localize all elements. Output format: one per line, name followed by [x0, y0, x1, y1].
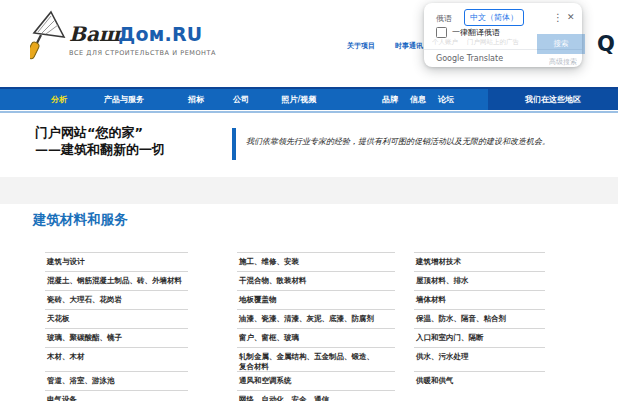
main-nav: 分析 产品与服务 招标 公司 照片/视频 品牌 信息 论坛 我们在这些地区 — [0, 87, 618, 110]
nav-item-info[interactable]: 信息 — [410, 89, 426, 110]
catalog-link[interactable]: 瓷砖、大理石、花岗岩 — [45, 290, 188, 310]
catalog-link[interactable]: 轧制金属、金属结构、五金制品、锻造、 复合材料 — [237, 347, 395, 372]
catalog-link-label: 保温、防水、隔音、粘合剂 — [416, 314, 618, 324]
google-translate-brand[interactable]: Google Translate — [436, 54, 503, 63]
logo-word-dom: Дом.RU — [118, 23, 202, 45]
about-project-link[interactable]: 关于项目 — [347, 41, 375, 51]
always-translate-label: 一律翻译俄语 — [452, 27, 500, 38]
catalog-link-label: 网络、自动化、安全、通信 — [239, 395, 464, 401]
catalog-link[interactable]: 天花板 — [45, 309, 188, 329]
logo-text: Ваш Дом.RU ВСЕ ДЛЯ СТРОИТЕЛЬСТВА И РЕМОН… — [69, 10, 216, 57]
catalog-link-label: 建筑增材技术 — [416, 257, 618, 267]
catalog-link[interactable]: 地板覆盖物 — [237, 290, 395, 310]
page-title: 门户网站“您的家” ——建筑和翻新的一切 — [35, 125, 165, 158]
catalog-link-label: 供水、污水处理 — [416, 352, 618, 362]
catalog-table: 建筑与设计施工、维修、安装建筑增材技术混凝土、钢筋混凝土制品、砖、外墙材料干混合… — [45, 252, 618, 401]
nav-underline — [0, 111, 618, 113]
account-link[interactable]: 个人账户 — [432, 38, 458, 47]
translate-tabs: 俄语 中文（简体） ⋮ ✕ — [424, 9, 582, 27]
catalog-link[interactable]: 供水、污水处理 — [414, 347, 545, 372]
catalog-link[interactable]: 窗户、窗框、玻璃 — [237, 328, 395, 348]
catalog-link[interactable]: 供暖和供气 — [414, 371, 545, 391]
obscured-header-links: 个人账户 门户网站上的广告 — [432, 38, 592, 47]
catalog-link[interactable]: 木材、木材 — [45, 347, 188, 372]
nav-item-companies[interactable]: 公司 — [233, 89, 249, 110]
catalog-link[interactable]: 施工、维修、安装 — [237, 252, 395, 272]
more-options-icon[interactable]: ⋮ — [553, 12, 563, 23]
quote-accent-bar — [232, 128, 236, 160]
catalog-link[interactable]: 建筑增材技术 — [414, 252, 545, 272]
nav-item-media[interactable]: 照片/视频 — [282, 89, 317, 110]
nav-item-brands[interactable]: 品牌 — [382, 89, 398, 110]
catalog-link[interactable]: 干混合物、散装材料 — [237, 271, 395, 291]
newsletter-link[interactable]: 时事通讯 — [395, 41, 423, 51]
page: Ваш Дом.RU ВСЕ ДЛЯ СТРОИТЕЛЬСТВА И РЕМОН… — [0, 0, 618, 401]
page-title-line2: ——建筑和翻新的一切 — [35, 142, 165, 159]
tab-source-language[interactable]: 俄语 — [436, 13, 452, 24]
logo-word-vash: Ваш — [69, 22, 120, 46]
advanced-search-link[interactable]: 高级搜索 — [549, 57, 577, 67]
catalog-link[interactable]: 网络、自动化、安全、通信 — [237, 390, 395, 401]
catalog-link[interactable]: 管道、浴室、游泳池 — [45, 371, 188, 391]
nav-item-analytics[interactable]: 分析 — [51, 89, 67, 110]
catalog-link[interactable]: 建筑与设计 — [45, 252, 188, 272]
catalog-link-label: 墙体材料 — [416, 295, 618, 305]
nav-item-regions[interactable]: 我们在这些地区 — [488, 89, 618, 110]
portal-ads-link[interactable]: 门户网站上的广告 — [467, 38, 519, 47]
trowel-icon — [30, 10, 66, 68]
catalog-link[interactable]: 混凝土、钢筋混凝土制品、砖、外墙材料 — [45, 271, 188, 291]
catalog-link[interactable]: 屋顶材料、排水 — [414, 271, 545, 291]
catalog-title: 建筑材料和服务 — [33, 211, 128, 229]
nav-item-forum[interactable]: 论坛 — [438, 89, 454, 110]
page-title-line1: 门户网站“您的家” — [35, 125, 165, 142]
intro-quote: 我们依靠领先行业专家的经验，提供有利可图的促销活动以及无限的建设和改造机会。 — [246, 136, 591, 147]
catalog-link[interactable]: 通风和空调系统 — [237, 371, 395, 391]
nav-item-tenders[interactable]: 招标 — [188, 89, 204, 110]
catalog-link[interactable]: 玻璃、聚碳酸酯、镜子 — [45, 328, 188, 348]
catalog-link[interactable]: 油漆、瓷漆、清漆、灰泥、底漆、防腐剂 — [237, 309, 395, 329]
catalog-link[interactable]: 保温、防水、隔音、粘合剂 — [414, 309, 545, 329]
catalog-link-label: 屋顶材料、排水 — [416, 276, 618, 286]
catalog-link[interactable]: 墙体材料 — [414, 290, 545, 310]
logo-tagline: ВСЕ ДЛЯ СТРОИТЕЛЬСТВА И РЕМОНТА — [69, 49, 216, 57]
catalog-link-label: 供暖和供气 — [416, 376, 618, 386]
catalog-link-label: 入口和室内门、隔断 — [416, 333, 618, 343]
site-logo[interactable]: Ваш Дом.RU ВСЕ ДЛЯ СТРОИТЕЛЬСТВА И РЕМОН… — [30, 10, 216, 68]
search-icon[interactable]: Q — [597, 32, 615, 56]
catalog-link[interactable]: 电气设备 — [45, 390, 188, 401]
close-icon[interactable]: ✕ — [567, 12, 575, 22]
nav-item-products[interactable]: 产品与服务 — [104, 89, 144, 110]
catalog-link[interactable]: 入口和室内门、隔断 — [414, 328, 545, 348]
section-separator-band — [0, 177, 618, 204]
always-translate-checkbox[interactable] — [436, 27, 447, 38]
tab-target-language[interactable]: 中文（简体） — [464, 9, 524, 26]
